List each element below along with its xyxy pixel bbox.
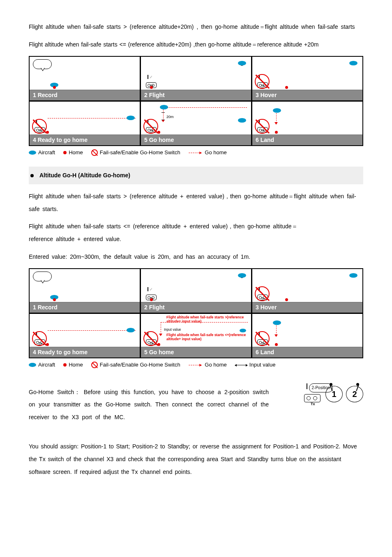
home-icon xyxy=(157,131,160,134)
home-icon xyxy=(157,343,160,346)
section2-p2b: reference altitude + entered value. xyxy=(29,233,363,246)
bullet-icon xyxy=(30,174,34,177)
aircraft-icon xyxy=(349,273,357,278)
red-annotation-1: Flight altitude when fail-safe starts >(… xyxy=(166,315,249,323)
diagram-cell-5-gohome: Tx 20m 5 Go home xyxy=(141,102,251,145)
prohibit-icon xyxy=(91,362,98,368)
assignment-paragraph: You should assign: Position-1 to Start; … xyxy=(29,440,363,478)
home-icon xyxy=(63,151,67,154)
prohibit-icon xyxy=(255,331,270,346)
section2-p1: Flight altitude when fail-safe starts > … xyxy=(29,190,363,216)
prohibit-icon xyxy=(255,119,270,134)
dashed-line xyxy=(48,118,136,118)
go-home-switch-block: Go-Home Switch： Before using this functi… xyxy=(29,386,363,424)
intro-paragraph-1: Flight altitude when fail-safe starts > … xyxy=(29,21,363,33)
home-icon xyxy=(275,131,278,134)
aircraft-icon xyxy=(127,328,135,332)
prohibit-icon xyxy=(32,119,47,134)
dashed-line xyxy=(163,107,247,108)
legend-gohome: Go home xyxy=(205,361,226,369)
double-arrow-icon xyxy=(235,365,247,365)
cloud-icon xyxy=(33,59,52,69)
prohibit-icon xyxy=(91,149,98,156)
aircraft-icon xyxy=(127,116,135,120)
home-icon xyxy=(53,298,56,301)
aircraft-icon xyxy=(160,105,168,109)
aircraft-icon xyxy=(238,118,246,123)
section2-p3: Entered value: 20m~300m, the default val… xyxy=(29,251,363,263)
arrow-down-icon xyxy=(159,334,162,336)
home-icon xyxy=(63,363,67,367)
diagram-grid-1: 1 Record ⟋ Tx ↘ 2 Flight Tx 3 Hove xyxy=(29,56,363,146)
prohibit-icon xyxy=(255,74,270,89)
section-heading: Altitude Go-H (Altitude Go-home) xyxy=(39,171,130,180)
altitude-label: 20m xyxy=(166,114,174,120)
legend-1: Aircraft Home Fail-safe/Enable Go-Home S… xyxy=(29,149,363,157)
home-icon xyxy=(285,298,288,301)
legend-home: Home xyxy=(69,361,83,369)
cell-label: 2 Flight xyxy=(141,90,251,100)
diagram-cell-1-record: 1 Record xyxy=(30,57,140,100)
cell-label: 1 Record xyxy=(30,90,140,100)
cell-label: 1 Record xyxy=(30,302,140,313)
home-icon xyxy=(275,343,278,346)
legend-inputvalue: Input value xyxy=(249,361,276,369)
home-icon xyxy=(53,86,56,89)
prohibit-icon xyxy=(143,331,158,346)
switch-diagram: ⟋ Tx 2-Position 1 2 xyxy=(277,386,363,402)
cell-label: 4 Ready to go home xyxy=(30,135,140,145)
legend-home: Home xyxy=(69,149,83,157)
cell-label: 3 Hover xyxy=(252,302,362,313)
arrow-down-icon xyxy=(274,122,278,125)
go-home-switch-text: Go-Home Switch： Before using this functi… xyxy=(29,386,269,424)
diagram-cell-4-ready: Tx 4 Ready to go home xyxy=(30,102,140,145)
red-annotation-2: Flight altitude when fail-safe starts <=… xyxy=(166,333,249,341)
legend-aircraft: Aircraft xyxy=(38,361,55,369)
dashed-line xyxy=(48,330,136,331)
position-2-badge: 2 xyxy=(346,386,363,402)
aircraft-icon xyxy=(273,108,281,113)
position-1-badge: 1 xyxy=(325,386,343,402)
cell-label: 2 Flight xyxy=(141,302,251,313)
home-icon xyxy=(285,86,288,89)
transmitter-icon: ⟋ Tx 2-Position xyxy=(303,386,322,402)
cell-label: 6 Land xyxy=(252,347,362,357)
legend-failsafe: Fail-safe/Enable Go-Home Switch xyxy=(100,361,180,369)
diagram-cell-2-flight: ⟋ Tx ↘ 2 Flight xyxy=(141,269,251,313)
diagram-cell-4-ready: Tx 4 Ready to go home xyxy=(30,314,140,357)
legend-failsafe: Fail-safe/Enable Go-Home Switch xyxy=(100,149,180,157)
legend-2: Aircraft Home Fail-safe/Enable Go-Home S… xyxy=(29,361,363,369)
cell-label: 3 Hover xyxy=(252,90,362,100)
tick-icon xyxy=(161,120,165,120)
tick-icon xyxy=(161,112,165,113)
dashed-arrow-icon: -----▸ xyxy=(189,361,203,369)
prohibit-icon xyxy=(143,119,158,134)
aircraft-icon xyxy=(29,363,36,367)
cell-label: 5 Go home xyxy=(141,347,251,357)
diagram-cell-3-hover: Tx 3 Hover xyxy=(252,269,362,313)
aircraft-icon xyxy=(240,329,246,332)
dashed-line-v xyxy=(276,325,277,335)
cell-label: 5 Go home xyxy=(141,135,251,145)
aircraft-icon xyxy=(349,61,357,65)
diagram-cell-6-land: Tx 6 Land xyxy=(252,102,362,145)
diagram-cell-2-flight: ⟋ Tx ↘ 2 Flight xyxy=(141,57,251,100)
position-1-number: 1 xyxy=(332,388,336,401)
cell-label: 6 Land xyxy=(252,135,362,145)
legend-aircraft: Aircraft xyxy=(38,149,55,157)
dashed-line-v xyxy=(161,322,161,334)
arrow-down-icon xyxy=(274,334,278,337)
prohibit-icon xyxy=(32,331,47,346)
diagram-grid-2: 1 Record ⟋ Tx ↘ 2 Flight Tx 3 Hover xyxy=(29,268,363,358)
dashed-arrow-icon: -----▸ xyxy=(189,149,203,157)
home-icon xyxy=(150,86,153,89)
diagram-cell-1-record: 1 Record xyxy=(30,269,140,313)
home-icon xyxy=(46,131,49,134)
cloud-icon xyxy=(33,272,52,281)
intro-paragraph-2: Flight altitude when fail-safe starts <=… xyxy=(29,38,363,51)
diagram-cell-5-gohome: Tx Flight altitude when fail-safe starts… xyxy=(141,314,251,357)
aircraft-icon xyxy=(238,61,246,65)
aircraft-icon xyxy=(29,151,36,155)
home-icon xyxy=(46,343,49,346)
legend-gohome: Go home xyxy=(205,149,226,157)
